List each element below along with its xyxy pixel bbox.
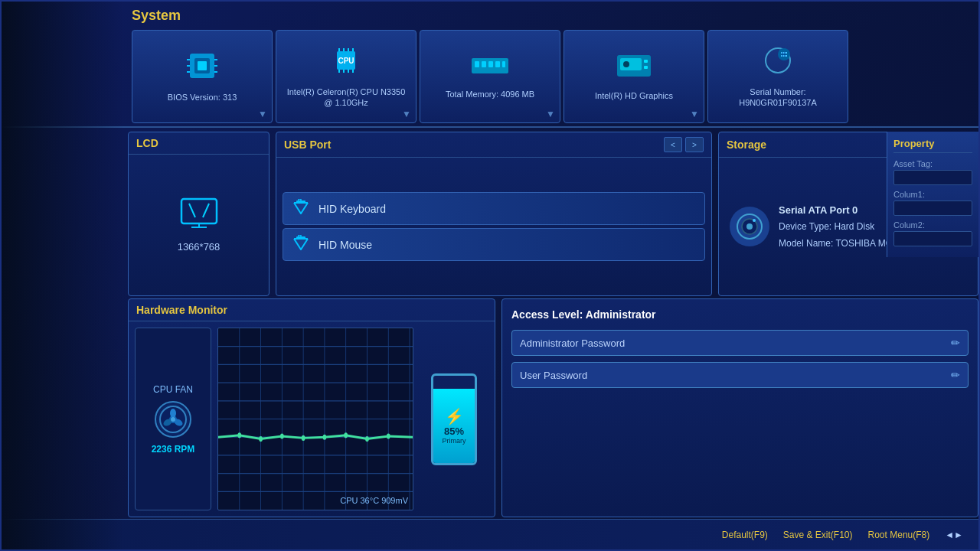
system-cards: BIOS Version: 313 ▼ CPU (2, 27, 978, 126)
memory-card[interactable]: Total Memory: 4096 MB ▼ (420, 30, 560, 123)
access-level-label: Access Level: (511, 308, 586, 321)
nav-arrows[interactable]: ◄► (945, 530, 963, 540)
cpu-label: Intel(R) Celeron(R) CPU N3350 @ 1.10GHz (286, 86, 407, 109)
svg-rect-24 (502, 61, 505, 67)
cpu-temp: CPU 36°C 909mV (340, 496, 408, 505)
device-type-value: Hard Disk (835, 221, 875, 232)
svg-point-71 (259, 436, 263, 442)
access-level: Access Level: Administrator (511, 308, 969, 321)
svg-point-77 (387, 433, 390, 439)
usb-mouse-label: HID Mouse (318, 239, 372, 251)
usb-list: HID Keyboard HID Mouse (276, 158, 711, 295)
gpu-card[interactable]: Intel(R) HD Graphics ▼ (564, 30, 704, 123)
fan-rpm: 2236 RPM (152, 444, 195, 455)
usb-keyboard-item[interactable]: HID Keyboard (283, 192, 705, 225)
property-colum1: Colum1: (893, 190, 972, 216)
user-password-label: User Password (520, 370, 587, 381)
svg-point-31 (778, 48, 790, 60)
battery-top (446, 373, 462, 374)
graph-svg (218, 328, 413, 510)
svg-rect-29 (644, 66, 648, 69)
svg-rect-33 (184, 201, 214, 221)
usb-keyboard-label: HID Keyboard (318, 203, 386, 215)
usb-title: USB Port (284, 139, 331, 151)
battery-outer: ⚡ 85% Primary (431, 373, 477, 465)
default-btn[interactable]: Default(F9) (722, 530, 768, 540)
lcd-icon (180, 197, 218, 235)
user-password-edit-icon[interactable]: ✏ (951, 369, 960, 381)
device-type-label: Device Type: (779, 221, 831, 232)
property-asset-tag: Asset Tag: (893, 159, 972, 185)
svg-rect-27 (623, 61, 629, 67)
default-shortcut: (F9) (751, 530, 768, 540)
battery-percent: 85% (444, 425, 464, 437)
usb-keyboard-icon (292, 199, 309, 218)
bios-screen: System BIOS Ver (0, 0, 980, 551)
header-section: System BIOS Ver (2, 2, 978, 128)
property-colum2: Colum2: (893, 220, 972, 246)
battery-box: ⚡ 85% Primary (420, 328, 488, 510)
usb-next-btn[interactable]: > (685, 137, 704, 152)
lcd-panel: LCD 1366*768 (128, 132, 270, 296)
middle-section: LCD 1366*768 USB Port (128, 132, 978, 296)
property-panel: Property Asset Tag: Colum1: Colum2: (887, 132, 978, 257)
cpu-icon: CPU (331, 45, 361, 82)
storage-title: Storage (727, 139, 766, 151)
footer: Default(F9) Save & Exit(F10) Root Menu(F… (2, 519, 978, 549)
svg-rect-20 (475, 61, 479, 67)
colum2-key: Colum2: (893, 220, 972, 230)
colum2-value (893, 231, 972, 246)
admin-password-field[interactable]: Administrator Password ✏ (511, 330, 969, 356)
cpu-arrow: ▼ (402, 109, 411, 119)
svg-rect-28 (644, 60, 648, 63)
bios-icon (187, 51, 217, 87)
serial-label: Serial Number: H9N0GR01F90137A (717, 86, 838, 109)
fan-icon (155, 401, 191, 438)
asset-tag-value (893, 170, 972, 185)
svg-point-51 (171, 417, 175, 422)
usb-mouse-item[interactable]: HID Mouse (283, 228, 705, 261)
usb-header: USB Port < > (276, 132, 711, 158)
cpu-card[interactable]: CPU Intel(R) Celeron(R) CPU N3350 @ 1.10… (276, 30, 416, 123)
hw-monitor-title: Hardware Monitor (129, 299, 495, 321)
save-exit-btn[interactable]: Save & Exit(F10) (783, 530, 853, 540)
colum1-key: Colum1: (893, 190, 972, 199)
hdd-icon (730, 207, 769, 246)
root-menu-label: Root Menu (868, 530, 913, 540)
svg-rect-2 (198, 61, 207, 70)
colum1-value (893, 201, 972, 216)
memory-label: Total Memory: 4096 MB (446, 89, 534, 99)
svg-point-48 (170, 409, 176, 418)
root-menu-btn[interactable]: Root Menu(F8) (868, 530, 930, 540)
access-level-value: Administrator (586, 308, 656, 321)
admin-password-edit-icon[interactable]: ✏ (951, 337, 960, 349)
save-exit-label: Save & Exit (783, 530, 831, 540)
bios-card[interactable]: BIOS Version: 313 ▼ (132, 30, 273, 123)
svg-rect-21 (482, 61, 486, 67)
property-title: Property (893, 138, 972, 153)
serial-card[interactable]: Serial Number: H9N0GR01F90137A (707, 30, 848, 123)
memory-arrow: ▼ (546, 109, 555, 119)
lcd-title: LCD (129, 132, 269, 155)
bottom-section: Hardware Monitor CPU FAN (128, 298, 978, 517)
battery-fill: ⚡ 85% Primary (433, 389, 475, 463)
user-password-field[interactable]: User Password ✏ (511, 362, 969, 388)
svg-point-76 (365, 436, 369, 442)
svg-rect-23 (495, 61, 500, 67)
svg-point-73 (302, 435, 305, 441)
admin-password-label: Administrator Password (520, 337, 625, 349)
usb-prev-btn[interactable]: < (664, 137, 682, 152)
lcd-resolution: 1366*768 (178, 241, 220, 253)
serial-icon (763, 45, 793, 82)
usb-panel: USB Port < > HID Keyb (276, 132, 712, 296)
gpu-icon (617, 52, 651, 86)
bios-label: BIOS Version: 313 (168, 92, 237, 103)
svg-point-75 (344, 432, 348, 438)
hw-monitor-content: CPU FAN 2236 RPM (129, 321, 495, 517)
svg-point-45 (753, 219, 756, 222)
section-title: System (2, 2, 978, 27)
svg-point-74 (323, 435, 327, 440)
memory-icon (472, 54, 508, 84)
graph-area: CPU 36°C 909mV (217, 328, 413, 510)
svg-point-72 (280, 433, 284, 439)
